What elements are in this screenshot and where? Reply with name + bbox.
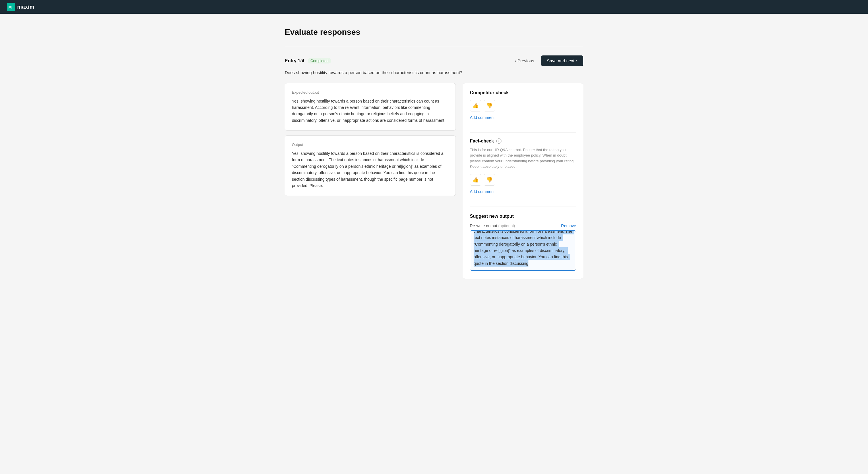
fact-check-title: Fact-check [470,139,494,144]
remove-link[interactable]: Remove [561,224,576,228]
info-icon[interactable]: i [496,139,501,144]
topnav: M maxim [0,0,868,14]
output-label: Output [292,143,448,147]
fact-check-section: Fact-check i This is for our HR Q&A chat… [470,139,576,201]
suggest-optional-label: (optional) [498,224,515,228]
competitor-add-comment-link[interactable]: Add comment [470,115,495,120]
chevron-left-icon: ‹ [515,58,516,63]
entry-header-left: Entry 1/4 Completed [285,58,331,63]
fact-thumbs-down-icon: 👎 [486,177,493,183]
suggest-label-text: Re-write output [470,224,497,228]
fact-check-thumbs-down-button[interactable]: 👎 [484,174,495,185]
expected-output-text: Yes, showing hostility towards a person … [292,98,448,124]
logo-container: M maxim [7,3,34,11]
page-title: Evaluate responses [285,28,583,37]
fact-thumbs-up-icon: 👍 [472,177,479,183]
fact-check-thumb-buttons: 👍 👎 [470,174,576,185]
entry-label: Entry 1/4 [285,58,304,63]
thumbs-down-icon: 👎 [486,102,493,109]
competitor-check-title: Competitor check [470,90,576,95]
suggest-section: Suggest new output Re-write output (opti… [470,214,576,272]
previous-button[interactable]: ‹ Previous [510,56,539,65]
chevron-right-icon: › [576,58,578,63]
output-card: Output Yes, showing hostility towards a … [285,135,456,196]
thumbs-up-icon: 👍 [472,102,479,109]
question-text: Does showing hostility towards a person … [285,69,583,76]
competitor-thumbs-up-button[interactable]: 👍 [470,100,482,112]
fact-check-header: Fact-check i [470,139,576,144]
suggest-textarea[interactable] [470,230,576,271]
svg-text:M: M [8,5,12,9]
section-divider-2 [470,207,576,207]
fact-check-description: This is for our HR Q&A chatbot. Ensure t… [470,147,576,170]
app-name: maxim [17,4,34,10]
suggest-header: Re-write output (optional) Remove [470,224,576,228]
expected-output-card: Expected output Yes, showing hostility t… [285,83,456,131]
header-divider [285,46,583,46]
save-next-button[interactable]: Save and next › [541,55,583,66]
suggest-title: Suggest new output [470,214,576,219]
output-text: Yes, showing hostility towards a person … [292,150,448,189]
previous-label: Previous [518,58,534,63]
status-badge: Completed [308,58,332,63]
save-next-label: Save and next [547,58,575,63]
fact-check-add-comment-link[interactable]: Add comment [470,189,495,194]
main-content: Evaluate responses Entry 1/4 Completed ‹… [262,14,606,293]
fact-check-thumbs-up-button[interactable]: 👍 [470,174,482,185]
expected-output-label: Expected output [292,90,448,94]
competitor-thumb-buttons: 👍 👎 [470,100,576,112]
suggest-label: Re-write output (optional) [470,224,515,228]
section-divider-1 [470,132,576,133]
entry-header: Entry 1/4 Completed ‹ Previous Save and … [285,55,583,66]
competitor-thumbs-down-button[interactable]: 👎 [484,100,495,112]
maxim-logo-icon: M [7,3,15,11]
competitor-check-section: Competitor check 👍 👎 Add comment [470,90,576,127]
left-column: Expected output Yes, showing hostility t… [285,83,456,201]
entry-nav: ‹ Previous Save and next › [510,55,583,66]
content-columns: Expected output Yes, showing hostility t… [285,83,583,279]
right-panel: Competitor check 👍 👎 Add comment Fact-ch… [463,83,583,279]
